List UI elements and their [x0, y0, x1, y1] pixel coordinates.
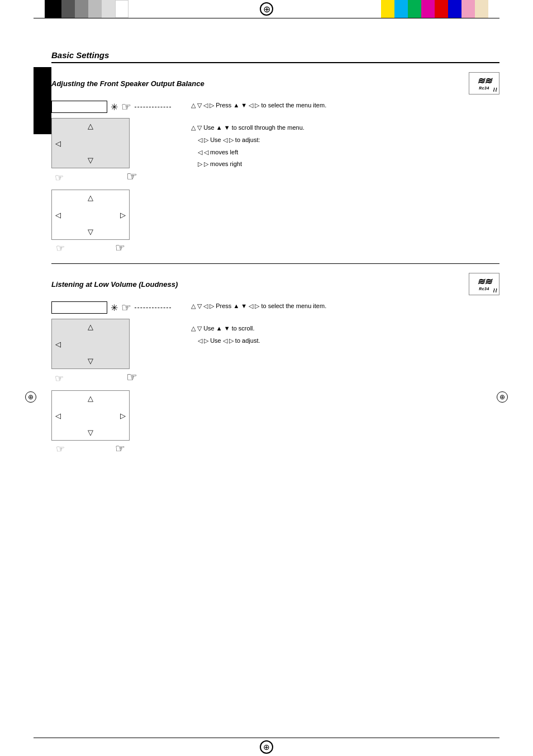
dashed-line-1 [135, 107, 171, 107]
hand-bottom-left-s2: ☞ [56, 443, 65, 455]
step3-dpad-row-s2: ◁ △ ▽ ▷ ☞ ☞ [51, 390, 174, 446]
s1-inst-2: △ ▽ Use ▲ ▼ to scroll through the menu. [191, 122, 499, 133]
badge-label2: Rc34 [479, 287, 489, 291]
s2-inst-1: △ ▽ ◁ ▷ Press ▲ ▼ ◁ ▷ to select the menu… [191, 301, 499, 311]
hand-dashed-s2: ☞ [55, 372, 64, 385]
color-swatch-cyan [394, 0, 408, 18]
dpad-down-2: ▽ [88, 228, 93, 236]
section1-diagrams-left: ✳ ☞ ◁ △ ▽ ☞ ☞ [51, 100, 174, 252]
dpad-up-s2: △ [88, 323, 93, 331]
s1-inst-3: ◁ ▷ Use ◁ ▷ to adjust: [191, 135, 499, 145]
s2-arrows-1: △ ▽ ◁ ▷ [191, 303, 214, 309]
section-separator [51, 263, 499, 264]
step3-dpad-row: ◁ △ ▽ ▷ ☞ ☞ [51, 190, 174, 245]
color-swatch-blue [448, 0, 461, 18]
s2-arrows-3: ◁ ▷ [198, 337, 208, 344]
section2-diagrams-left: ✳ ☞ ◁ △ ▽ ☞ ☞ [51, 301, 174, 453]
section2-diagram: ✳ ☞ ◁ △ ▽ ☞ ☞ [51, 301, 499, 453]
s2-inst-2: △ ▽ Use ▲ ▼ to scroll. [191, 323, 499, 334]
section2-heading-text: Listening at Low Volume (Loudness) [51, 280, 178, 289]
hand-dpad-s2: ☞ [126, 370, 137, 385]
s2-inst-3: ◁ ▷ Use ◁ ▷ to adjust. [191, 336, 499, 346]
color-swatch-dgray [61, 0, 75, 18]
s1-arrows-5: ▷ [198, 160, 202, 167]
dpad-box-2: ◁ △ ▽ ▷ [51, 190, 130, 240]
s1-inst-5: ▷ ▷ moves right [191, 159, 499, 169]
color-swatch-green [408, 0, 421, 18]
s1-arrows-2: △ ▽ [191, 124, 202, 131]
dpad-up-s2-2: △ [88, 394, 93, 403]
color-swatch-yellow [381, 0, 394, 18]
dpad-right-2: ▷ [120, 211, 126, 219]
section1-heading-text: Adjusting the Front Speaker Output Balan… [51, 79, 204, 88]
color-swatch-magenta [421, 0, 435, 18]
input-rectangle-1 [51, 101, 107, 113]
dpad-up-2: △ [88, 193, 93, 202]
asterisk-s2: ✳ [111, 303, 118, 313]
dpad-up-1: △ [88, 122, 93, 130]
section1-diagram: ✳ ☞ ◁ △ ▽ ☞ ☞ [51, 100, 499, 252]
hand-bottom-right: ☞ [115, 241, 125, 254]
color-swatch-red [435, 0, 448, 18]
dpad-down-s2-2: ▽ [88, 428, 93, 437]
section2: Listening at Low Volume (Loudness) ≋≋ Rc… [51, 273, 499, 453]
s1-arrows-3: ◁ ▷ [198, 136, 208, 143]
color-swatch-ltan [475, 0, 488, 18]
section2-instructions: △ ▽ ◁ ▷ Press ▲ ▼ ◁ ▷ to select the menu… [174, 301, 499, 453]
reg-mark-top: ⊕ [260, 2, 273, 16]
s1-arrows-4: ◁ [198, 149, 202, 155]
dpad-box-1: ◁ △ ▽ [51, 118, 130, 168]
dpad-box-s2-2: ◁ △ ▽ ▷ [51, 390, 130, 441]
section2-heading-row: Listening at Low Volume (Loudness) ≋≋ Rc… [51, 273, 499, 295]
main-content: Basic Settings Adjusting the Front Speak… [51, 50, 499, 728]
color-swatch-pink [461, 0, 475, 18]
left-sidebar-block [34, 67, 51, 134]
dpad-box-s2-1: ◁ △ ▽ [51, 319, 130, 369]
hand-icon-1: ☞ [121, 100, 131, 114]
input-rectangle-s2 [51, 301, 107, 314]
dpad-down-1: ▽ [88, 156, 93, 164]
dpad-right-s2-2: ▷ [120, 412, 126, 420]
hand-dashed-1: ☞ [55, 172, 64, 184]
dpad-left-1: ◁ [55, 139, 61, 148]
section1: Adjusting the Front Speaker Output Balan… [51, 72, 499, 252]
step2-dpad-row-s2: ◁ △ ▽ ☞ ☞ [51, 319, 174, 375]
step1-input-row-s2: ✳ ☞ [51, 301, 174, 314]
badge-corner1: ⌇⌇ [492, 87, 497, 93]
s2-arrows-2: △ ▽ [191, 325, 202, 332]
asterisk-1: ✳ [111, 102, 118, 112]
section-title: Basic Settings [51, 50, 499, 63]
dpad-left-s2-2: ◁ [55, 412, 61, 420]
step2-dpad-row: ◁ △ ▽ ☞ ☞ [51, 118, 174, 174]
color-swatch-mgray [75, 0, 88, 18]
step1-input-row: ✳ ☞ [51, 100, 174, 114]
color-swatch-white [115, 0, 129, 18]
badge-waves2: ≋≋ [477, 277, 492, 286]
hand-bottom-right-s2: ☞ [115, 442, 125, 455]
color-swatch-llgray [102, 0, 115, 18]
badge-corner2: ⌇⌇ [492, 288, 497, 294]
dpad-down-s2: ▽ [88, 357, 93, 365]
dpad-left-s2: ◁ [55, 340, 61, 348]
color-swatch-black [45, 0, 61, 18]
color-swatch-lgray [88, 0, 102, 18]
badge-label1: Rc34 [479, 86, 489, 90]
border-top-line [34, 18, 499, 18]
hand-icon-s2: ☞ [121, 301, 131, 314]
hand-dpad-1: ☞ [126, 169, 137, 184]
badge-waves1: ≋≋ [477, 77, 492, 86]
section2-badge: ≋≋ Rc34 ⌇⌇ [469, 273, 499, 295]
reg-mark-side-left: ⊕ [25, 391, 36, 403]
bottom-bar: ⊕ [0, 738, 533, 756]
hand-bottom-left: ☞ [56, 242, 65, 254]
reg-mark-bottom: ⊕ [260, 740, 273, 754]
s1-arrows-1: △ ▽ ◁ ▷ [191, 102, 214, 108]
s1-inst-1: △ ▽ ◁ ▷ Press ▲ ▼ ◁ ▷ to select the menu… [191, 100, 499, 111]
section1-instructions: △ ▽ ◁ ▷ Press ▲ ▼ ◁ ▷ to select the menu… [174, 100, 499, 252]
s1-inst-4: ◁ ◁ moves left [191, 147, 499, 158]
dashed-line-s2 [135, 308, 171, 308]
section1-heading-row: Adjusting the Front Speaker Output Balan… [51, 72, 499, 94]
section1-badge: ≋≋ Rc34 ⌇⌇ [469, 72, 499, 94]
dpad-left-2: ◁ [55, 211, 61, 219]
